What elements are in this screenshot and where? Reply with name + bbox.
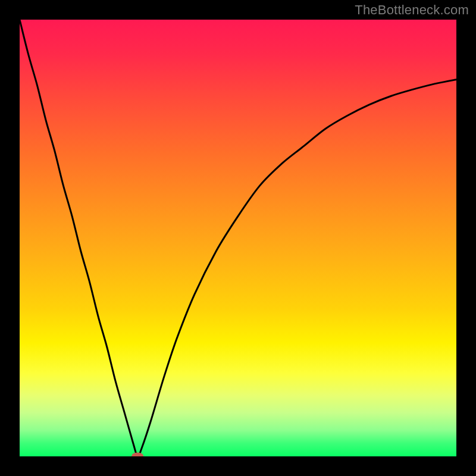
bottleneck-curve <box>20 20 456 456</box>
chart-frame: TheBottleneck.com <box>0 0 476 476</box>
curve-svg <box>20 20 456 456</box>
watermark-text: TheBottleneck.com <box>355 2 469 18</box>
minimum-marker <box>131 452 144 456</box>
plot-area <box>20 20 456 456</box>
